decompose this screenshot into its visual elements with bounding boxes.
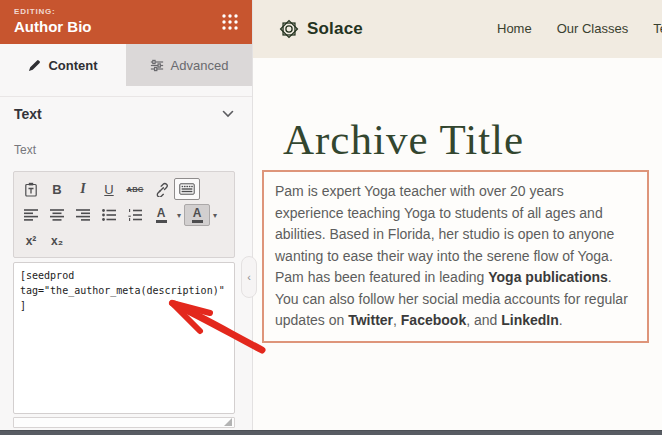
divider bbox=[0, 96, 252, 97]
underline-button[interactable]: U bbox=[96, 178, 122, 200]
tab-advanced[interactable]: Advanced bbox=[126, 44, 252, 86]
bio-link-linkedin[interactable]: LinkedIn bbox=[501, 312, 559, 328]
bio-text: , and bbox=[466, 312, 501, 328]
italic-button[interactable]: I bbox=[70, 178, 96, 200]
subscript-button[interactable]: x₂ bbox=[44, 230, 70, 252]
archive-title: Archive Title bbox=[283, 115, 653, 164]
background-color-button[interactable]: A bbox=[184, 204, 210, 226]
sidebar-collapse-button[interactable]: ‹ bbox=[241, 256, 257, 298]
superscript-button[interactable]: x² bbox=[18, 230, 44, 252]
site-header: Solace Home Our Classes Tea bbox=[253, 0, 662, 58]
sliders-icon bbox=[150, 59, 164, 72]
live-preview: Solace Home Our Classes Tea Archive Titl… bbox=[252, 0, 662, 430]
site-name: Solace bbox=[307, 19, 363, 39]
bottom-bar bbox=[0, 430, 662, 435]
bullet-list-icon[interactable] bbox=[96, 204, 122, 226]
nav-teachers[interactable]: Tea bbox=[653, 21, 662, 36]
bio-link-twitter[interactable]: Twitter bbox=[348, 312, 393, 328]
bio-text: , bbox=[393, 312, 401, 328]
text-color-button[interactable]: A bbox=[148, 204, 174, 226]
text-content-textarea[interactable]: [seedprod tag="the_author_meta(descripti… bbox=[13, 262, 235, 414]
tab-content-label: Content bbox=[48, 58, 97, 73]
editor-toolbar: B I U ABC bbox=[13, 171, 235, 258]
background-color-caret-icon[interactable]: ▾ bbox=[210, 204, 220, 226]
tab-content[interactable]: Content bbox=[0, 44, 126, 86]
resize-grip-icon[interactable] bbox=[224, 418, 232, 426]
align-right-icon[interactable] bbox=[70, 204, 96, 226]
settings-sidebar: EDITING: Author Bio Content bbox=[0, 0, 252, 430]
smart-tags-icon[interactable] bbox=[174, 178, 200, 200]
text-color-caret-icon[interactable]: ▾ bbox=[174, 204, 184, 226]
bio-text: . bbox=[559, 312, 563, 328]
tab-bar: Content Advanced bbox=[0, 44, 252, 86]
star-logo-icon bbox=[278, 18, 300, 40]
text-section-title: Text bbox=[14, 106, 42, 122]
chevron-down-icon[interactable] bbox=[222, 110, 234, 118]
pencil-icon bbox=[28, 59, 41, 72]
author-bio-block[interactable]: Pam is expert Yoga teacher with over 20 … bbox=[262, 170, 649, 343]
bio-link-yoga-publications[interactable]: Yoga publications bbox=[488, 269, 608, 285]
widget-header: EDITING: Author Bio bbox=[0, 0, 252, 44]
tab-advanced-label: Advanced bbox=[171, 58, 229, 73]
widget-title: Author Bio bbox=[14, 18, 91, 35]
background-color-swatch bbox=[192, 220, 203, 223]
editing-label: EDITING: bbox=[14, 7, 56, 16]
drag-handle-icon[interactable] bbox=[220, 12, 240, 32]
strikethrough-button[interactable]: ABC bbox=[122, 178, 148, 200]
nav-home[interactable]: Home bbox=[497, 21, 532, 36]
site-nav: Home Our Classes Tea bbox=[497, 21, 662, 36]
text-field-label: Text bbox=[14, 143, 36, 157]
bold-button[interactable]: B bbox=[44, 178, 70, 200]
bio-link-facebook[interactable]: Facebook bbox=[401, 312, 466, 328]
numbered-list-icon[interactable] bbox=[122, 204, 148, 226]
link-icon[interactable] bbox=[148, 178, 174, 200]
nav-our-classes[interactable]: Our Classes bbox=[557, 21, 629, 36]
paste-text-icon[interactable] bbox=[18, 178, 44, 200]
align-center-icon[interactable] bbox=[44, 204, 70, 226]
align-left-icon[interactable] bbox=[18, 204, 44, 226]
background-color-letter: A bbox=[193, 207, 202, 219]
text-color-letter: A bbox=[157, 207, 166, 219]
page-builder-window: EDITING: Author Bio Content bbox=[0, 0, 662, 435]
textarea-statusbar bbox=[13, 417, 235, 428]
text-color-swatch bbox=[156, 220, 167, 223]
site-logo[interactable]: Solace bbox=[278, 18, 363, 40]
